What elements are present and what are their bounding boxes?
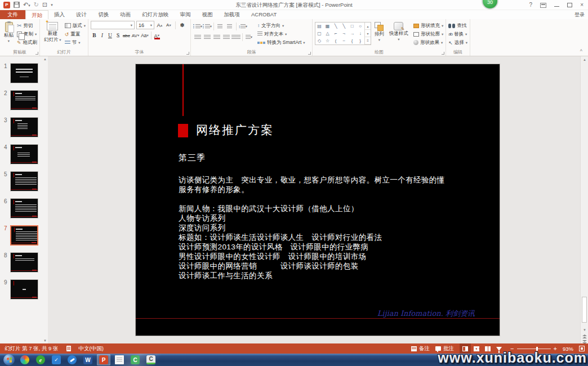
taskbar-browser-app[interactable]: e — [34, 354, 47, 365]
sign-in-link[interactable]: 登录 — [574, 11, 585, 19]
taskbar-security-app[interactable]: ✓ — [50, 354, 63, 365]
slide-subtitle[interactable]: 第三季 — [179, 153, 206, 163]
justify-button[interactable] — [222, 34, 231, 41]
arrange-button[interactable]: 排列 ▾ — [373, 21, 386, 48]
taskbar-c2-app[interactable]: C — [144, 354, 158, 365]
tab-home[interactable]: 开始 — [25, 10, 48, 19]
slide-thumbnail[interactable]: 1 — [0, 63, 48, 83]
slide-thumbnail[interactable]: 4 — [0, 144, 48, 164]
taskbar-document-app[interactable] — [113, 354, 126, 365]
tab-design[interactable]: 设计 — [70, 10, 92, 19]
change-case-button[interactable]: Aa▾ — [140, 32, 149, 39]
shapes-gallery-scrollbar[interactable]: ▴▾≡ — [364, 23, 371, 44]
help-icon[interactable]: ? — [529, 2, 533, 8]
tab-insert[interactable]: 插入 — [48, 10, 70, 19]
notes-button[interactable]: 备注 — [411, 345, 430, 352]
proofing-icon[interactable] — [66, 346, 71, 351]
thumbnail-panel-scrollbar[interactable]: ▲ ▼ — [43, 56, 47, 343]
align-text-button[interactable]: 对齐文本▾ — [257, 30, 305, 38]
text-direction-button[interactable]: ↕文字方向▾ — [257, 22, 305, 29]
find-button[interactable]: 查找 — [448, 22, 467, 29]
customize-qat-icon[interactable]: ▾ — [51, 3, 53, 7]
taskbar-c1-app[interactable]: C — [128, 354, 142, 365]
slide-thumbnail-preview[interactable] — [10, 171, 38, 191]
replace-button[interactable]: ab替换▾ — [448, 30, 467, 38]
slide-thumbnail-preview[interactable] — [10, 252, 38, 273]
new-slide-button[interactable]: 新建 幻灯片 ▾ — [42, 21, 63, 48]
font-name-combo[interactable]: ▾ — [91, 21, 135, 29]
font-dialog-launcher[interactable] — [186, 52, 189, 55]
slide-counter[interactable]: 幻灯片 第 7 张, 共 9 张 — [5, 345, 59, 352]
slide-thumbnail[interactable]: 6 — [0, 198, 48, 218]
tab-addins[interactable]: 加载项 — [219, 10, 246, 19]
language-status[interactable]: 中文(中国) — [79, 345, 104, 352]
minimize-icon[interactable] — [554, 3, 559, 7]
tab-animations[interactable]: 动画 — [114, 10, 136, 19]
start-slideshow-icon[interactable]: ⊡ — [42, 2, 47, 8]
zoom-slider[interactable] — [517, 349, 551, 349]
tab-file[interactable]: 文件 — [0, 10, 25, 19]
convert-smartart-button[interactable]: 转换为 SmartArt▾ — [257, 39, 305, 46]
restore-icon[interactable] — [567, 3, 572, 7]
taskbar-pinwheel-app[interactable] — [18, 354, 32, 365]
layout-button[interactable]: 版式▾ — [65, 22, 86, 29]
slide-thumbnail-preview[interactable] — [10, 90, 38, 110]
align-left-button[interactable] — [193, 34, 202, 41]
vertical-scrollbar[interactable]: ▲ ▼ — [580, 56, 588, 343]
scroll-up-icon[interactable]: ▲ — [581, 58, 588, 61]
character-spacing-button[interactable]: AV▾ — [131, 32, 140, 39]
format-painter-button[interactable]: ✎格式刷 — [17, 39, 37, 46]
decrease-indent-button[interactable] — [216, 23, 225, 30]
tab-acrobat[interactable]: ACROBAT — [246, 10, 282, 19]
increase-indent-button[interactable] — [225, 23, 234, 30]
paragraph-dialog-launcher[interactable] — [308, 52, 311, 55]
slide-body[interactable]: 访谈侧记类为主 突出专业，敬业，想客户所想等内容。树立一个有经验的懂 服务有修养… — [179, 175, 497, 280]
bullets-button[interactable]: ▾ — [193, 23, 202, 30]
save-icon[interactable] — [14, 2, 20, 8]
font-size-combo[interactable]: 16▾ — [136, 21, 154, 29]
columns-button[interactable] — [231, 34, 240, 41]
previous-slide-button[interactable] — [582, 334, 587, 339]
tab-slideshow[interactable]: 幻灯片放映 — [136, 10, 175, 19]
shapes-gallery[interactable]: ▤ ▦ ╲ ╲ □ ○ ▢ △ ⌐ ¬ → ↓ ◇ ☆ ( ~ { } ▴▾≡ — [315, 22, 371, 45]
collapse-ribbon-button[interactable]: ^ — [580, 48, 582, 54]
slide-thumbnail[interactable]: 9 — [0, 279, 48, 300]
clear-formatting-button[interactable]: ✽ — [179, 21, 186, 29]
recording-timer-badge[interactable]: 30 — [482, 0, 498, 10]
scrollbar-thumb[interactable] — [582, 297, 587, 323]
slide-thumbnail[interactable]: 3 — [0, 117, 48, 137]
align-center-button[interactable] — [203, 34, 212, 41]
clipboard-dialog-launcher[interactable] — [35, 52, 38, 55]
align-right-button[interactable] — [212, 34, 221, 41]
line-spacing-button[interactable]: ↕▾ — [238, 23, 247, 30]
text-columns-button[interactable]: ▾ — [244, 34, 253, 41]
copy-button[interactable]: 复制▾ — [17, 30, 37, 38]
slide-thumbnail-preview[interactable] — [10, 225, 38, 246]
slide-thumbnail[interactable]: 5 — [0, 171, 48, 191]
slide-title[interactable]: 网络推广方案 — [196, 122, 274, 138]
tab-review[interactable]: 审阅 — [175, 10, 197, 19]
reset-button[interactable]: ↺重置 — [65, 30, 86, 38]
taskbar-powerpoint-app[interactable]: P — [97, 354, 110, 365]
shape-effects-button[interactable]: 形状效果▾ — [413, 39, 443, 46]
shrink-font-button[interactable]: A▾ — [165, 21, 172, 29]
undo-icon[interactable]: ↶▾ — [23, 2, 30, 8]
paste-button[interactable]: 粘贴 ▾ — [2, 21, 15, 48]
scroll-down-icon[interactable]: ▼ — [581, 328, 588, 332]
text-shadow-button[interactable]: S — [114, 32, 122, 39]
start-button[interactable] — [2, 354, 16, 365]
slide-thumbnail-selected[interactable]: 7 — [0, 225, 48, 246]
ribbon-display-options-icon[interactable] — [540, 3, 546, 8]
slide-thumbnail[interactable]: 8 — [0, 252, 48, 273]
close-icon[interactable]: × — [580, 2, 583, 8]
section-button[interactable]: 节▾ — [65, 39, 86, 46]
slide-thumbnail-preview[interactable] — [10, 198, 38, 218]
bold-button[interactable]: B — [91, 32, 98, 39]
grow-font-button[interactable]: A▴ — [156, 21, 163, 29]
strikethrough-button[interactable]: abc — [122, 32, 131, 39]
cut-button[interactable]: ✂剪切 — [17, 22, 37, 29]
scroll-down-icon[interactable]: ▼ — [43, 339, 47, 342]
slide-thumbnail-preview[interactable] — [10, 63, 38, 83]
tab-view[interactable]: 视图 — [197, 10, 219, 19]
italic-button[interactable]: I — [99, 32, 106, 39]
